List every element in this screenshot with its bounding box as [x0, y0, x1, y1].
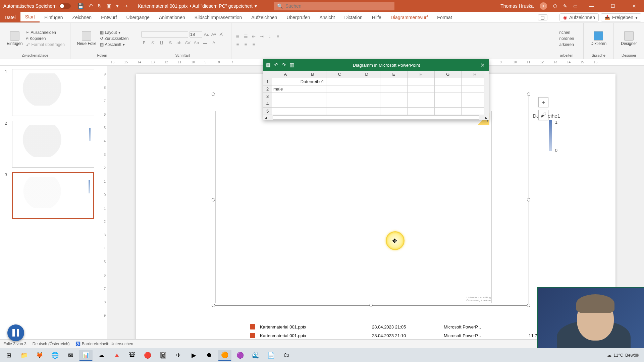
cell[interactable] — [326, 85, 354, 93]
taskbar-app-icon[interactable]: ☁ — [95, 350, 108, 361]
slide-thumbnails-panel[interactable]: 1 2 3 — [0, 66, 99, 339]
partial-find[interactable]: nchen — [559, 30, 574, 35]
autosave-control[interactable]: Automatisches Speichern — [0, 3, 74, 9]
taskbar-app-icon[interactable]: ▶ — [187, 350, 201, 361]
taskbar-app-icon[interactable]: 🔺 — [110, 350, 123, 361]
taskbar-edge-icon[interactable]: 🌊 — [249, 350, 262, 361]
taskbar-app-icon[interactable]: ⏺ — [203, 350, 216, 361]
excel-save-icon[interactable]: ▦ — [266, 62, 271, 68]
search-box[interactable]: 🔍 — [274, 2, 394, 10]
document-title[interactable]: Kartenmaterial 001.pptx • Auf "diesem PC… — [131, 3, 264, 9]
cell[interactable]: Datenreihe1 — [299, 78, 326, 85]
partial-arrange[interactable]: nordnen — [559, 36, 574, 41]
cell[interactable] — [299, 85, 326, 93]
col-header[interactable]: C — [326, 71, 354, 78]
cell[interactable] — [435, 85, 462, 93]
taskbar-firefox-icon[interactable]: 🦊 — [33, 350, 46, 361]
numbering-icon[interactable]: ☰ — [243, 34, 249, 40]
slide-counter[interactable]: Folie 3 von 3 — [3, 342, 26, 346]
cell[interactable] — [326, 78, 354, 85]
maximize-button[interactable]: ☐ — [605, 0, 621, 12]
tab-einfuegen[interactable]: Einfügen — [40, 12, 67, 22]
designer-button[interactable]: Designer — [620, 31, 638, 47]
resize-handle[interactable] — [527, 93, 530, 96]
excel-grid[interactable]: A B C D E F G H 1 Datenreihe1 2 male — [263, 71, 489, 120]
layout-button[interactable]: ▦Layout▾ — [100, 30, 129, 35]
scroll-left-icon[interactable]: ◂ — [263, 115, 268, 120]
justify-icon[interactable]: ≡ — [251, 42, 257, 48]
col-header[interactable]: D — [353, 71, 380, 78]
new-slide-button[interactable]: Neue Folie — [75, 31, 98, 47]
taskbar-app-icon[interactable]: 🟣 — [233, 350, 247, 361]
qat-overflow-icon[interactable]: ⇢ — [123, 3, 128, 9]
format-painter-button[interactable]: 🖌Format übertragen — [26, 42, 64, 47]
accessibility-check[interactable]: ♿ Barrierefreiheit: Untersuchen — [75, 342, 133, 346]
taskbar-app-icon[interactable]: 🔴 — [141, 350, 154, 361]
user-name[interactable]: Thomas Hruska — [500, 3, 534, 9]
excel-close-button[interactable]: ✕ — [479, 62, 486, 68]
record-button[interactable]: ◉ Aufzeichnen — [559, 13, 599, 21]
pause-recording-badge[interactable] — [7, 324, 24, 341]
weather-widget[interactable]: ☁ 11°C Bewölk — [607, 353, 639, 358]
taskbar-chrome-icon[interactable]: 🌐 — [48, 350, 62, 361]
resize-handle[interactable] — [212, 304, 215, 307]
paste-button[interactable]: Einfügen — [5, 31, 24, 47]
tab-ueberpruefen[interactable]: Überprüfen — [282, 12, 315, 22]
user-avatar[interactable]: TH — [540, 2, 547, 10]
increase-indent-icon[interactable]: ⇥ — [259, 34, 265, 40]
row-header[interactable]: 4 — [263, 100, 272, 107]
cell[interactable] — [353, 85, 380, 93]
col-header[interactable]: A — [272, 71, 299, 78]
autosave-toggle[interactable] — [59, 3, 71, 9]
taskbar-app-icon[interactable]: ✈ — [172, 350, 185, 361]
slideshow-icon[interactable]: ▣ — [107, 3, 111, 9]
cell[interactable] — [408, 85, 435, 93]
thumbnail-1[interactable]: 1 — [5, 69, 94, 116]
bullets-icon[interactable]: ≣ — [235, 34, 241, 40]
row-header[interactable]: 2 — [263, 85, 272, 93]
tab-start[interactable]: Start — [20, 12, 40, 22]
select-all-corner[interactable] — [263, 71, 272, 78]
scroll-track[interactable] — [273, 115, 479, 120]
excel-hscroll[interactable]: ◂ ▸ — [263, 115, 489, 120]
italic-icon[interactable]: K — [150, 40, 156, 46]
partial-select[interactable]: arkieren — [559, 42, 574, 47]
cell[interactable] — [408, 78, 435, 85]
chart-styles-button[interactable]: 🖌 — [538, 110, 548, 120]
font-name-combo[interactable] — [141, 31, 188, 38]
tab-animationen[interactable]: Animationen — [154, 12, 190, 22]
taskbar-onenote-icon[interactable]: 📓 — [156, 350, 170, 361]
tab-file[interactable]: Datei — [0, 12, 20, 22]
row-header[interactable]: 5 — [263, 108, 272, 115]
taskbar-app-icon[interactable]: 🗂 — [280, 350, 293, 361]
reset-button[interactable]: ↺Zurücksetzen — [100, 36, 129, 41]
font-color-icon[interactable]: A — [211, 40, 217, 46]
coming-soon-icon[interactable]: ⬡ — [553, 3, 557, 9]
bold-icon[interactable]: F — [141, 40, 147, 46]
collapse-ribbon-icon[interactable]: ▢ — [538, 14, 547, 20]
taskbar-app-icon[interactable]: 🟠 — [218, 350, 231, 361]
close-button[interactable]: ✕ — [627, 0, 642, 12]
tab-uebergaenge[interactable]: Übergänge — [122, 12, 154, 22]
increase-font-icon[interactable]: A▴ — [204, 31, 210, 37]
minimize-button[interactable]: — — [584, 0, 599, 12]
tab-hilfe[interactable]: Hilfe — [367, 12, 386, 22]
font-size-combo[interactable] — [190, 31, 202, 38]
clear-format-icon[interactable]: A̸ — [218, 31, 224, 37]
copy-button[interactable]: ⎘Kopieren — [26, 36, 64, 41]
decrease-indent-icon[interactable]: ⇤ — [251, 34, 257, 40]
chart-object[interactable]: Diagrammtitel Unterstützt von Bing ©Micr… — [213, 94, 529, 306]
excel-vscroll[interactable] — [484, 71, 489, 115]
tab-entwurf[interactable]: Entwurf — [96, 12, 121, 22]
ink-icon[interactable]: ✎ — [563, 3, 567, 9]
search-input[interactable] — [285, 3, 391, 9]
row-header[interactable]: 1 — [263, 78, 272, 85]
dictate-button[interactable]: Diktieren — [589, 31, 608, 47]
tab-diagrammentwurf[interactable]: Diagrammentwurf — [386, 12, 432, 22]
taskbar-app-icon[interactable]: 📄 — [264, 350, 278, 361]
resize-handle[interactable] — [212, 93, 215, 96]
cell[interactable] — [380, 78, 408, 85]
linespacing-icon[interactable]: ↕ — [267, 34, 273, 40]
col-header[interactable]: E — [380, 71, 408, 78]
align-left-icon[interactable]: ≡ — [275, 34, 281, 40]
